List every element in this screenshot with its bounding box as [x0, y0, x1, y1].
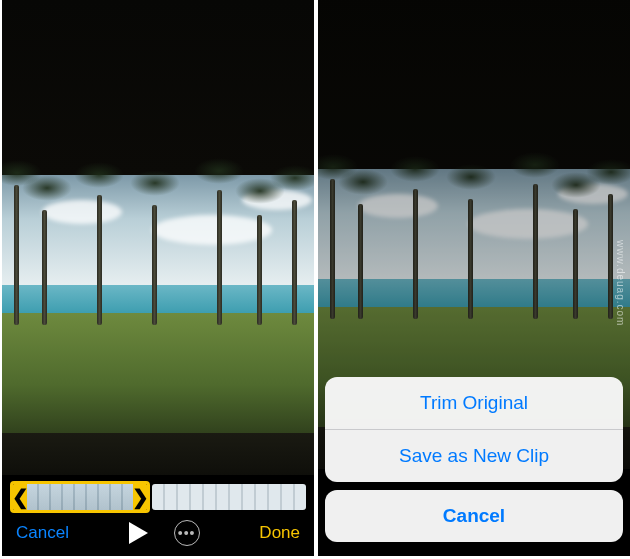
- palm-fronds: [130, 170, 180, 196]
- save-as-new-clip-button[interactable]: Save as New Clip: [325, 430, 623, 482]
- palm-fronds: [22, 175, 72, 201]
- phone-screenshot-trim-editor: ❮ ❯ Cancel ••• Done: [2, 0, 314, 556]
- center-controls: •••: [129, 520, 200, 546]
- palm-tree: [14, 185, 19, 325]
- editor-action-row: Cancel ••• Done: [2, 514, 314, 552]
- action-sheet-options: Trim Original Save as New Clip: [325, 377, 623, 482]
- trim-action-sheet: Trim Original Save as New Clip Cancel: [325, 377, 623, 550]
- palm-tree: [257, 215, 262, 325]
- more-options-icon[interactable]: •••: [174, 520, 200, 546]
- trim-selection[interactable]: ❮ ❯: [10, 481, 150, 513]
- video-preview: [2, 0, 314, 475]
- trim-handle-right[interactable]: ❯: [133, 484, 147, 510]
- palm-tree: [42, 210, 47, 325]
- timeline-unselected-frames[interactable]: [152, 484, 306, 510]
- palm-tree: [292, 200, 297, 325]
- trim-handle-left[interactable]: ❮: [13, 484, 27, 510]
- cancel-button[interactable]: Cancel: [16, 523, 69, 543]
- comparison-stage: ❮ ❯ Cancel ••• Done: [0, 0, 630, 559]
- palm-tree: [217, 190, 222, 325]
- play-icon[interactable]: [129, 522, 148, 544]
- cloud-decoration: [152, 215, 272, 245]
- action-sheet-cancel-button[interactable]: Cancel: [325, 490, 623, 542]
- palm-fronds: [74, 162, 124, 188]
- svg-marker-0: [129, 522, 148, 544]
- editor-toolbar: ❮ ❯ Cancel ••• Done: [2, 475, 314, 556]
- trim-selected-frames: [27, 484, 133, 510]
- done-button[interactable]: Done: [259, 523, 300, 543]
- palm-tree: [152, 205, 157, 325]
- phone-screenshot-action-sheet: Trim Original Save as New Clip Cancel: [318, 0, 630, 556]
- action-sheet-cancel-group: Cancel: [325, 490, 623, 542]
- trim-original-button[interactable]: Trim Original: [325, 377, 623, 429]
- palm-tree: [97, 195, 102, 325]
- video-timeline[interactable]: ❮ ❯: [10, 481, 306, 513]
- palm-fronds: [270, 165, 314, 191]
- cloud-decoration: [42, 200, 122, 224]
- palm-fronds: [194, 158, 244, 184]
